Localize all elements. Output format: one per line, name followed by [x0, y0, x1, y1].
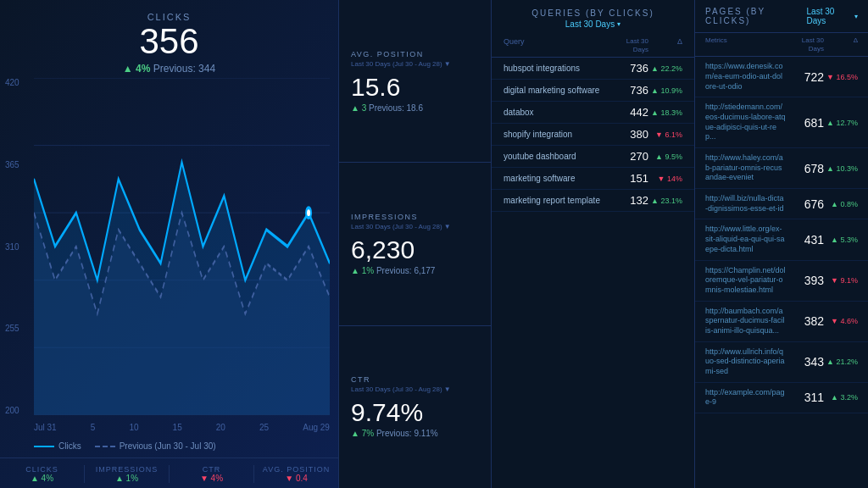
query-delta-6: ▲ 23.1% [648, 197, 682, 205]
page-val-5: 393 [786, 274, 824, 287]
page-row-0: https://www.denesik.com/ea-eum-odio-aut-… [695, 57, 868, 97]
page-url-3: http://will.biz/nulla-dicta-dignissimos-… [705, 194, 786, 214]
y-label-310: 310 [5, 242, 19, 252]
query-name-1: digital marketing software [504, 86, 606, 95]
metric-ctr-title: CTR [351, 375, 479, 384]
x-20: 20 [216, 423, 225, 432]
query-val-4: 270 [606, 150, 648, 163]
legend-current: Clicks [34, 441, 81, 451]
chart-svg [34, 78, 330, 415]
x-aug29: Aug 29 [303, 423, 330, 432]
page-url-7: http://www.ullrich.info/quo-sed-distinct… [705, 347, 786, 377]
y-axis-labels: 420 365 310 255 200 [5, 78, 19, 415]
y-label-420: 420 [5, 78, 19, 87]
stat-clicks-label: CLICKS [0, 465, 84, 474]
stat-clicks: CLICKS ▲ 4% [0, 465, 85, 483]
queries-period-label: Last 30 Days [565, 19, 615, 29]
queries-header: QUERIES (BY CLICKS) Last 30 Days ▾ [492, 0, 694, 34]
query-val-3: 380 [606, 128, 648, 141]
query-val-2: 442 [606, 106, 648, 119]
page-val-8: 311 [786, 391, 824, 404]
page-row-5: https://Champlin.net/doloremque-vel-pari… [695, 261, 868, 302]
col-days-header: Last 30Days [606, 37, 648, 53]
metric-ctr: CTR Last 30 Days (Jul 30 - Aug 28) ▼ 9.7… [339, 326, 491, 488]
pages-title: PAGES (BY CLICKS) [705, 7, 807, 25]
metric-avg-position: AVG. POSITION Last 30 Days (Jul 30 - Aug… [339, 0, 491, 163]
query-val-5: 151 [606, 172, 648, 185]
query-row-0: hubspot integrations 736 ▲ 22.2% [492, 58, 694, 80]
page-row-2: http://www.haley.com/ab-pariatur-omnis-r… [695, 148, 868, 189]
page-url-5: https://Champlin.net/doloremque-vel-pari… [705, 266, 786, 296]
page-delta-2: ▲ 10.3% [824, 164, 858, 173]
query-name-6: marketing report template [504, 196, 606, 205]
queries-period[interactable]: Last 30 Days ▾ [504, 19, 682, 29]
query-row-5: marketing software 151 ▼ 14% [492, 168, 694, 190]
metric-avg-pos-change: ▲ 3 Previous: 18.6 [351, 103, 479, 113]
page-url-1: http://stiedemann.com/eos-ducimus-labore… [705, 103, 786, 142]
query-row-3: shopify integration 380 ▼ 6.1% [492, 124, 694, 146]
stat-impressions-label: IMPRESSIONS [85, 465, 169, 474]
page-delta-3: ▲ 0.8% [824, 200, 858, 208]
metric-impressions-subtitle: Last 30 Days (Jul 30 - Aug 28) ▼ [351, 223, 479, 230]
page-val-1: 681 [786, 116, 824, 130]
x-25: 25 [259, 423, 269, 432]
metric-avg-pos-title: AVG. POSITION [351, 50, 479, 58]
pages-period-label: Last 30 Days [807, 7, 852, 25]
queries-table: Query Last 30Days Δ hubspot integrations… [492, 34, 694, 488]
page-row-6: http://baumbach.com/aspernatur-ducimus-f… [695, 302, 868, 342]
metric-impressions-value: 6,230 [351, 236, 479, 263]
page-row-8: http://example.com/page-9 311 ▲ 3.2% [695, 383, 868, 413]
chart-header: CLICKS 356 ▲ 4% Previous: 344 [0, 0, 338, 78]
metric-impressions-change: ▲ 1% Previous: 6,177 [351, 266, 479, 275]
stat-impressions-change: ▲ 1% [85, 474, 169, 483]
chart-main-value: 356 [0, 22, 338, 61]
legend-line-current [34, 446, 54, 447]
chart-legend: Clicks Previous (Jun 30 - Jul 30) [34, 441, 330, 451]
stat-ctr: CTR ▼ 4% [170, 465, 254, 483]
left-panel: CLICKS 356 ▲ 4% Previous: 344 420 365 31… [0, 0, 339, 488]
legend-line-previous [95, 446, 115, 447]
pcol-delta-header: Δ [824, 36, 858, 53]
page-delta-6: ▼ 4.6% [824, 317, 858, 325]
page-val-2: 678 [786, 162, 824, 175]
query-name-2: databox [504, 108, 606, 117]
metric-impressions: IMPRESSIONS Last 30 Days (Jul 30 - Aug 2… [339, 163, 491, 325]
dashboard: CLICKS 356 ▲ 4% Previous: 344 420 365 31… [0, 0, 868, 488]
pages-period[interactable]: Last 30 Days ▾ [807, 7, 858, 25]
page-delta-0: ▼ 16.5% [824, 73, 858, 81]
query-delta-1: ▲ 10.9% [648, 86, 682, 95]
stat-impressions: IMPRESSIONS ▲ 1% [85, 465, 170, 483]
stat-avg-pos-label: AVG. POSITION [254, 465, 338, 474]
query-row-4: youtube dashboard 270 ▲ 9.5% [492, 146, 694, 168]
query-val-6: 132 [606, 194, 648, 207]
query-row-2: databox 442 ▲ 18.3% [492, 102, 694, 124]
x-axis-labels: Jul 31 5 10 15 20 25 Aug 29 [34, 423, 330, 432]
page-url-6: http://baumbach.com/aspernatur-ducimus-f… [705, 307, 786, 336]
page-val-0: 722 [786, 70, 824, 84]
y-label-200: 200 [5, 406, 19, 415]
y-label-365: 365 [5, 160, 19, 169]
query-delta-5: ▼ 14% [648, 175, 682, 183]
query-val-1: 736 [606, 84, 648, 97]
page-val-6: 382 [786, 314, 824, 328]
change-arrow: ▲ [123, 63, 133, 75]
y-label-255: 255 [5, 324, 19, 333]
x-5: 5 [91, 423, 96, 432]
query-delta-4: ▲ 9.5% [648, 152, 682, 161]
page-delta-7: ▲ 21.2% [824, 358, 858, 366]
page-url-0: https://www.denesik.com/ea-eum-odio-aut-… [705, 62, 786, 92]
metric-impressions-title: IMPRESSIONS [351, 213, 479, 221]
chart-area: 420 365 310 255 200 [0, 78, 338, 458]
svg-point-9 [307, 209, 310, 216]
query-row-1: digital marketing software 736 ▲ 10.9% [492, 80, 694, 102]
page-val-7: 343 [786, 355, 824, 369]
metric-ctr-change: ▲ 7% Previous: 9.11% [351, 429, 479, 438]
page-row-3: http://will.biz/nulla-dicta-dignissimos-… [695, 189, 868, 219]
page-row-7: http://www.ullrich.info/quo-sed-distinct… [695, 342, 868, 383]
page-row-4: http://www.little.org/ex-sit-aliquid-ea-… [695, 219, 868, 260]
change-pct: 4% [136, 63, 150, 75]
queries-period-chevron: ▾ [617, 20, 620, 28]
query-name-5: marketing software [504, 174, 606, 183]
query-delta-2: ▲ 18.3% [648, 108, 682, 117]
page-url-8: http://example.com/page-9 [705, 388, 786, 408]
